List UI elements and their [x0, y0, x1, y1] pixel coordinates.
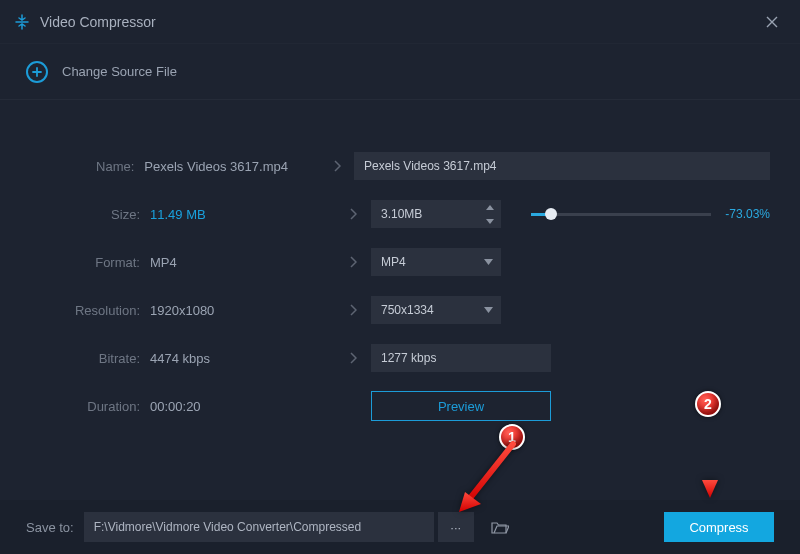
chevron-right-icon: [320, 160, 354, 172]
chevron-right-icon: [335, 352, 371, 364]
plus-circle-icon: [26, 61, 48, 83]
chevron-right-icon: [335, 208, 371, 220]
label-name: Name:: [30, 159, 144, 174]
label-size: Size:: [30, 207, 150, 222]
label-format: Format:: [30, 255, 150, 270]
window-title: Video Compressor: [40, 14, 156, 30]
change-source-file[interactable]: Change Source File: [0, 44, 800, 100]
compress-icon: [14, 14, 30, 30]
label-resolution: Resolution:: [30, 303, 150, 318]
source-name: Pexels Videos 3617.mp4: [144, 159, 320, 174]
source-resolution: 1920x1080: [150, 303, 335, 318]
footer: Save to: F:\Vidmore\Vidmore Video Conver…: [0, 500, 800, 554]
format-select[interactable]: [371, 248, 501, 276]
compress-label: Compress: [689, 520, 748, 535]
open-folder-button[interactable]: [482, 512, 518, 542]
size-step-down[interactable]: [479, 214, 501, 228]
chevron-right-icon: [335, 256, 371, 268]
dots-icon: ···: [450, 520, 461, 535]
row-format: Format: MP4: [30, 238, 770, 286]
resolution-select[interactable]: [371, 296, 501, 324]
row-bitrate: Bitrate: 4474 kbps: [30, 334, 770, 382]
output-name-input[interactable]: [354, 152, 770, 180]
label-duration: Duration:: [30, 399, 150, 414]
format-select-value[interactable]: [371, 248, 501, 276]
annotation-step-1: 1: [499, 424, 525, 450]
chevron-down-icon: [484, 296, 493, 324]
resolution-select-value[interactable]: [371, 296, 501, 324]
chevron-down-icon: [484, 248, 493, 276]
chevron-right-icon: [335, 304, 371, 316]
row-size: Size: 11.49 MB -73.03%: [30, 190, 770, 238]
row-duration: Duration: 00:00:20 Preview: [30, 382, 770, 430]
source-format: MP4: [150, 255, 335, 270]
source-duration: 00:00:20: [150, 399, 335, 414]
annotation-step-2: 2: [695, 391, 721, 417]
browse-path-button[interactable]: ···: [438, 512, 474, 542]
target-size-stepper[interactable]: [371, 200, 501, 228]
change-source-label: Change Source File: [62, 64, 177, 79]
label-bitrate: Bitrate:: [30, 351, 150, 366]
size-step-up[interactable]: [479, 200, 501, 214]
source-bitrate: 4474 kbps: [150, 351, 335, 366]
titlebar: Video Compressor: [0, 0, 800, 44]
size-slider[interactable]: [531, 213, 711, 216]
row-resolution: Resolution: 1920x1080: [30, 286, 770, 334]
settings-form: Name: Pexels Videos 3617.mp4 Size: 11.49…: [0, 100, 800, 440]
save-path-display[interactable]: F:\Vidmore\Vidmore Video Converter\Compr…: [84, 512, 434, 542]
compress-button[interactable]: Compress: [664, 512, 774, 542]
size-slider-thumb[interactable]: [545, 208, 557, 220]
close-button[interactable]: [758, 8, 786, 36]
target-bitrate-input[interactable]: [371, 344, 551, 372]
row-name: Name: Pexels Videos 3617.mp4: [30, 142, 770, 190]
folder-open-icon: [491, 520, 509, 534]
size-reduction-pct: -73.03%: [725, 207, 770, 221]
preview-button[interactable]: Preview: [371, 391, 551, 421]
save-to-label: Save to:: [26, 520, 74, 535]
preview-label: Preview: [438, 399, 484, 414]
source-size: 11.49 MB: [150, 207, 335, 222]
